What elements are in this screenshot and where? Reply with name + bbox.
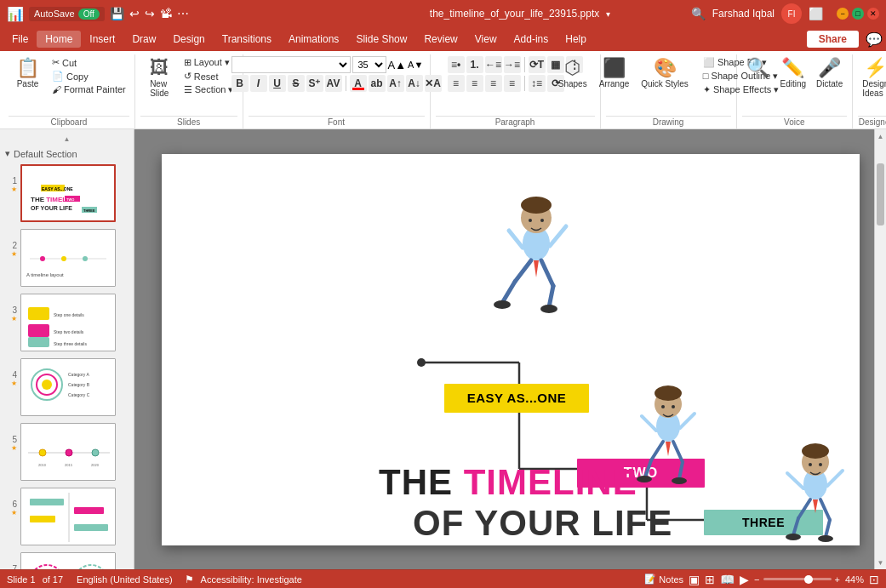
panel-scroll-up[interactable]: ▲: [3, 133, 130, 145]
main-area: ▲ ▾ Default Section 1 ★ THE TIMELINE OF …: [0, 129, 886, 569]
menu-design[interactable]: Design: [164, 31, 213, 48]
vertical-scrollbar[interactable]: ▲ ▼: [874, 129, 886, 569]
bold-button[interactable]: B: [232, 75, 249, 92]
menu-slideshow[interactable]: Slide Show: [347, 31, 415, 48]
cut-button[interactable]: ✂ Cut: [49, 56, 129, 69]
font-color-button[interactable]: A: [350, 75, 367, 92]
new-slide-button[interactable]: 🖼 NewSlide: [140, 56, 179, 100]
font-size-increase2-button[interactable]: A↑: [387, 75, 404, 92]
slideshow-view-icon[interactable]: ▶: [740, 573, 749, 586]
zoom-thumb[interactable]: [804, 575, 813, 584]
decrease-font-icon[interactable]: A▼: [408, 60, 423, 70]
design-ideas-button[interactable]: ⚡ DesignIdeas: [858, 56, 886, 100]
slide-thumb-7[interactable]: 7 ★ A B: [3, 551, 130, 569]
align-right-button[interactable]: ≡: [485, 75, 502, 92]
slide-thumb-3[interactable]: 3 ★ Step one details Step two details St…: [3, 292, 130, 353]
justify-button[interactable]: ≡: [504, 75, 521, 92]
shapes-button[interactable]: ⬡ Shapes: [554, 56, 592, 91]
reading-view-icon[interactable]: 📖: [720, 573, 735, 586]
scroll-thumb[interactable]: [877, 163, 884, 225]
align-center-button[interactable]: ≡: [466, 75, 483, 92]
notes-button[interactable]: 📝 Notes: [644, 574, 683, 585]
dropdown-icon[interactable]: ▾: [606, 9, 610, 19]
menu-animations[interactable]: Animations: [280, 31, 347, 48]
menu-home[interactable]: Home: [37, 31, 81, 48]
language-info: English (United States): [77, 574, 173, 585]
align-left-button[interactable]: ≡: [448, 75, 465, 92]
quick-styles-button[interactable]: 🎨 Quick Styles: [637, 56, 693, 91]
clipboard-label: Clipboard: [9, 116, 129, 127]
ribbon-toggle-icon[interactable]: ⬜: [809, 7, 823, 20]
svg-text:Step three details: Step three details: [54, 341, 87, 346]
accessibility-icon[interactable]: ⚑: [185, 574, 194, 585]
share-button[interactable]: Share: [807, 31, 859, 48]
char-spacing-button[interactable]: AV: [325, 75, 342, 92]
zoom-slider[interactable]: − +: [754, 574, 840, 585]
font-size-select[interactable]: 35: [352, 56, 386, 73]
slide-thumb-2[interactable]: 2 ★ A timeline layout: [3, 227, 130, 288]
format-painter-button[interactable]: 🖌 Format Painter: [49, 83, 129, 95]
zoom-out-icon[interactable]: −: [754, 574, 759, 585]
normal-view-icon[interactable]: ▣: [689, 573, 700, 586]
user-name: Farshad Iqbal: [712, 8, 775, 20]
svg-point-90: [661, 405, 665, 408]
zoom-track[interactable]: [763, 578, 832, 580]
menu-transitions[interactable]: Transitions: [214, 31, 280, 48]
fit-to-window-icon[interactable]: ⊡: [869, 573, 879, 586]
indent-decrease-button[interactable]: ←≡: [485, 56, 502, 73]
slide-num-5: 5: [5, 435, 17, 444]
search-btn[interactable]: 🔍: [742, 56, 775, 82]
comment-icon[interactable]: 💬: [866, 31, 883, 48]
underline-button[interactable]: U: [269, 75, 286, 92]
menu-file[interactable]: File: [3, 31, 37, 48]
scroll-down-button[interactable]: ▼: [875, 556, 886, 569]
ribbon-group-font: 35 A▲ A▼ B I U S S⁺ AV A ab A↑ A↓: [243, 54, 431, 128]
text-shadow-button[interactable]: S⁺: [306, 75, 323, 92]
scroll-up-button[interactable]: ▲: [875, 129, 886, 143]
font-family-select[interactable]: [232, 56, 351, 73]
menu-view[interactable]: View: [466, 31, 506, 48]
slide-thumb-6[interactable]: 6 ★: [3, 486, 130, 547]
svg-rect-39: [30, 499, 64, 505]
paste-button[interactable]: 📋 Paste: [9, 56, 47, 91]
editing-button[interactable]: ✏️ Editing: [776, 56, 811, 91]
menu-review[interactable]: Review: [415, 31, 466, 48]
ribbon-group-slides: 🖼 NewSlide ⊞ Layout ▾ ↺ Reset ☰ Section …: [135, 54, 243, 128]
save-icon[interactable]: 💾: [110, 7, 124, 20]
italic-button[interactable]: I: [250, 75, 267, 92]
menu-help[interactable]: Help: [557, 31, 595, 48]
dictate-button[interactable]: 🎤 Dictate: [812, 56, 847, 91]
search-icon[interactable]: 🔍: [691, 7, 706, 20]
copy-button[interactable]: 📄 Copy: [49, 70, 129, 83]
present-icon[interactable]: 📽: [160, 7, 172, 20]
maximize-button[interactable]: □: [852, 8, 864, 20]
strikethrough-button[interactable]: S: [288, 75, 305, 92]
arrange-button[interactable]: ⬛ Arrange: [595, 56, 634, 91]
zoom-in-icon[interactable]: +: [835, 574, 840, 585]
menu-draw[interactable]: Draw: [123, 31, 164, 48]
redo-icon[interactable]: ↪: [145, 7, 155, 20]
undo-icon[interactable]: ↩: [129, 7, 140, 20]
more-tools-icon[interactable]: ⋯: [177, 7, 189, 20]
font-size-decrease2-button[interactable]: A↓: [406, 75, 423, 92]
canvas-area[interactable]: ▲ ▼: [134, 129, 886, 569]
slide-sorter-icon[interactable]: ⊞: [705, 573, 715, 586]
close-button[interactable]: ✕: [867, 8, 879, 20]
menu-addins[interactable]: Add-ins: [506, 31, 557, 48]
section-collapse-icon[interactable]: ▾: [5, 148, 10, 159]
increase-font-icon[interactable]: A▲: [388, 59, 407, 71]
autosave-toggle[interactable]: Off: [78, 9, 100, 20]
slide-thumb-1[interactable]: 1 ★ THE TIMELINE OF YOUR LIFE EASY AS...…: [3, 163, 130, 224]
text-direction-button[interactable]: ⟳T: [529, 56, 546, 73]
slide-num-4: 4: [5, 370, 17, 380]
minimize-button[interactable]: −: [837, 8, 849, 20]
text-highlight-button[interactable]: ab: [369, 75, 386, 92]
format-painter-icon: 🖌: [52, 84, 61, 94]
menu-insert[interactable]: Insert: [81, 31, 123, 48]
line-spacing-button[interactable]: ↕≡: [529, 75, 546, 92]
numbering-button[interactable]: 1.: [466, 56, 483, 73]
slide-thumb-4[interactable]: 4 ★ Category A Category B Category C: [3, 357, 130, 418]
indent-increase-button[interactable]: →≡: [504, 56, 521, 73]
bullets-button[interactable]: ≡•: [448, 56, 465, 73]
slide-thumb-5[interactable]: 5 ★ 2010 2015 2020: [3, 421, 130, 482]
